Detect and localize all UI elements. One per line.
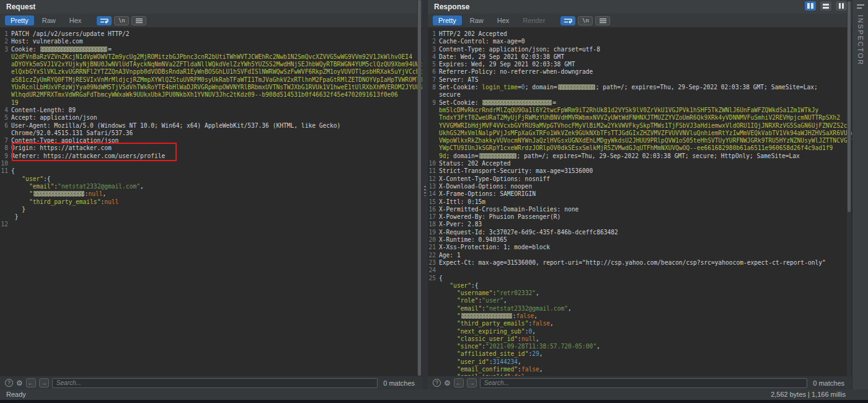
- inspector-collapse-icon[interactable]: [857, 4, 864, 9]
- gear-icon[interactable]: ⚙: [16, 379, 23, 387]
- request-scrollbar[interactable]: [417, 0, 422, 376]
- code-line: "user":{: [0, 175, 422, 183]
- request-search-input[interactable]: [52, 378, 378, 388]
- line-number: 4: [0, 107, 11, 114]
- code-line: 15X-Ittl: 0:15m: [428, 198, 852, 206]
- editor-menu-icon[interactable]: [595, 16, 610, 25]
- line-number: 2: [428, 38, 439, 45]
- editor-menu-icon[interactable]: [131, 16, 146, 25]
- code-line: 3Content-Type: application/json; charset…: [428, 46, 852, 53]
- response-search-input[interactable]: [480, 378, 807, 388]
- code-line: "affiliated_site_id":29,: [428, 350, 852, 358]
- code-line: "user":{: [428, 282, 852, 290]
- code-token: X-Download-Options: noopen: [439, 183, 532, 190]
- layout-rows-icon[interactable]: [820, 1, 831, 11]
- line-content: YUxRcnlLbHUxVFdzWjYya09NdWM5TjVSdVhTWkRo…: [11, 84, 422, 91]
- divider-grip[interactable]: [424, 186, 426, 196]
- response-searchbar: ? ⚙ ← → 0 matches: [428, 376, 852, 389]
- code-token: [439, 366, 457, 373]
- line-number: [0, 213, 11, 221]
- help-icon[interactable]: ?: [5, 379, 13, 387]
- line-number: [428, 114, 439, 122]
- help-icon[interactable]: ?: [433, 379, 441, 387]
- code-token: "username": [457, 290, 493, 296]
- gear-icon[interactable]: ⚙: [444, 379, 451, 387]
- request-tab-pretty[interactable]: Pretty: [5, 16, 34, 25]
- code-token: [11, 190, 29, 197]
- next-match-icon[interactable]: →: [467, 378, 477, 388]
- response-tab-pretty[interactable]: Pretty: [433, 16, 462, 25]
- prev-match-icon[interactable]: ←: [454, 378, 464, 388]
- code-token: 19: [11, 99, 19, 106]
- word-wrap-icon[interactable]: [97, 16, 112, 25]
- prev-match-icon[interactable]: ←: [26, 378, 36, 388]
- code-line: aS81czZyUmRYQ0FTMjRESVIxVnMrMldjcjRZMmpX…: [0, 76, 422, 84]
- next-match-icon[interactable]: →: [39, 378, 49, 388]
- line-number: [0, 68, 11, 76]
- line-number: 10: [0, 160, 11, 167]
- code-token: X-Permitted-Cross-Domain-Policies: none: [439, 206, 578, 213]
- code-token: [439, 335, 457, 342]
- response-tab-raw[interactable]: Raw: [464, 16, 489, 25]
- code-line: ":null,: [0, 190, 422, 198]
- code-token: {: [11, 167, 15, 174]
- line-content: "user":{: [439, 282, 479, 290]
- code-token: Age: 1: [439, 252, 461, 259]
- code-line: 2Host: vulnerable.com: [0, 38, 422, 45]
- redacted-blur: [558, 84, 595, 90]
- line-number: [428, 107, 439, 114]
- layout-tabs-icon[interactable]: [836, 1, 847, 11]
- response-tab-hex[interactable]: Hex: [492, 16, 515, 25]
- request-tab-raw[interactable]: Raw: [37, 16, 61, 25]
- burp-message-editor: Request Pretty Raw Hex \n: [0, 0, 868, 403]
- layout-buttons: [805, 1, 847, 11]
- redacted-blur: [33, 191, 84, 197]
- code-line: "third_party_emails":null: [0, 198, 422, 206]
- line-content: Host: vulnerable.com: [11, 38, 83, 45]
- line-number: [428, 282, 439, 290]
- line-content: Strict-Transport-Security: max-age=31536…: [439, 167, 593, 175]
- status-bar: Ready 2,562 bytes | 1,166 millis: [0, 389, 868, 400]
- line-content: "email":"netstat2332@gmail.com",: [439, 305, 572, 312]
- code-token: ,: [518, 358, 521, 365]
- line-number: [428, 144, 439, 152]
- response-scrollbar[interactable]: [847, 0, 851, 376]
- line-content: X-Pver: 2.83: [439, 221, 482, 228]
- line-content: X-Permitted-Cross-Domain-Policies: none: [439, 206, 578, 213]
- line-content: Status: 202 Accepted: [439, 160, 511, 167]
- line-number: 19: [428, 229, 439, 236]
- newline-toggle-icon[interactable]: \n: [578, 16, 593, 25]
- code-token: [439, 282, 450, 289]
- line-content: "third_party_emails":false,: [439, 320, 554, 327]
- code-token: "email": [29, 183, 54, 190]
- code-token: Accept: application/json: [11, 114, 97, 121]
- line-number: [428, 297, 439, 304]
- code-line: WlhqdUR2MFRXTmxVdWRGaFdTbmcyWWxaWk9UUkxU…: [0, 91, 422, 99]
- newline-toggle-icon[interactable]: \n: [114, 16, 129, 25]
- line-content: Age: 1: [439, 252, 461, 259]
- request-editor[interactable]: 1PATCH /api/v2/users/update HTTP/22Host:…: [0, 27, 422, 376]
- word-wrap-glyph: [100, 18, 108, 24]
- inspector-sidebar[interactable]: INSPECTOR: [852, 0, 868, 389]
- line-content: "since":"2021-09-28T11:38:57.720-05:00",: [439, 343, 600, 350]
- line-number: 2: [0, 38, 11, 45]
- code-token: Content-Length: 89: [11, 107, 76, 113]
- response-scroll-thumb[interactable]: [848, 1, 851, 212]
- response-editor[interactable]: 1HTTP/2 202 Accepted2Cache-Control: max-…: [428, 27, 852, 376]
- response-toolbar: Pretty Raw Hex Render \n: [428, 14, 852, 27]
- request-tab-hex[interactable]: Hex: [64, 16, 87, 25]
- line-content: YWpCTU9IUnJkSGRpY1cxeWRrdzJORlpOV0dkSEsx…: [439, 144, 833, 152]
- line-number: 8: [0, 144, 11, 152]
- line-content: secure: [439, 91, 461, 99]
- line-number: [428, 350, 439, 358]
- line-number: 1: [0, 30, 11, 38]
- code-token: "since": [457, 343, 482, 350]
- code-line: 9Referer: https://attacker.com/users/pro…: [0, 153, 422, 160]
- word-wrap-icon[interactable]: [560, 16, 575, 25]
- code-token: "user": [22, 175, 43, 182]
- request-scroll-thumb[interactable]: [418, 0, 421, 376]
- layout-columns-icon[interactable]: [805, 1, 816, 11]
- panel-divider[interactable]: [422, 0, 428, 389]
- code-token: TndxY3FtT0ZweURaT2MyUjFjRWMzYUhBNVdHMVRW…: [439, 114, 840, 121]
- code-token: ,: [550, 320, 554, 327]
